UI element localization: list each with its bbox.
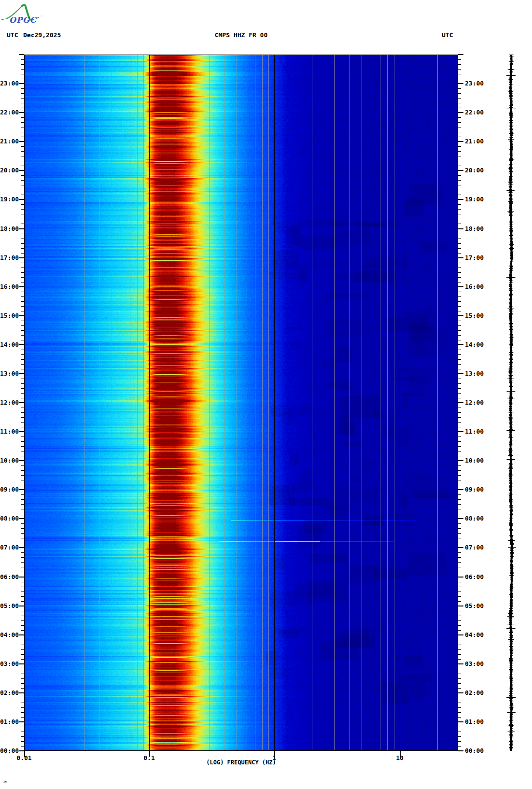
time-tick-right (458, 659, 461, 660)
time-label-right: 11:00 (465, 428, 484, 435)
time-label-right: 09:00 (465, 486, 484, 493)
time-tick-left (21, 224, 24, 224)
time-tick-right (458, 243, 461, 244)
time-tick-left (21, 712, 24, 713)
time-tick-right (458, 625, 461, 626)
time-tick-right (458, 683, 461, 684)
time-tick-left (19, 750, 24, 751)
time-tick-right (458, 64, 461, 65)
time-tick-right (458, 698, 461, 698)
time-tick-left (21, 412, 24, 413)
time-tick-left (19, 431, 24, 432)
time-tick-right (458, 388, 461, 389)
time-tick-left (21, 122, 24, 123)
time-tick-left (21, 562, 24, 563)
time-tick-right (458, 214, 461, 214)
time-tick-left (21, 103, 24, 103)
time-tick-left (21, 151, 24, 152)
time-tick-left (21, 582, 24, 582)
time-tick-right (458, 412, 461, 413)
time-tick-right (458, 69, 461, 70)
time-tick-left (21, 441, 24, 442)
time-tick-left (21, 350, 24, 350)
time-tick-right (458, 292, 461, 292)
time-tick-right (458, 601, 461, 602)
time-tick-left (21, 698, 24, 698)
time-tick-right (458, 166, 461, 166)
time-tick-right (458, 533, 461, 534)
time-tick-right (458, 117, 461, 118)
time-tick-left (21, 587, 24, 587)
time-tick-right (458, 311, 461, 311)
time-tick-left (21, 277, 24, 278)
time-tick-left (21, 480, 24, 480)
time-label-left: 21:00 (0, 138, 18, 144)
time-tick-right (458, 364, 461, 365)
time-label-left: 09:00 (0, 486, 18, 493)
time-tick-left (21, 88, 24, 89)
time-tick-right (458, 427, 461, 427)
time-tick-left (21, 253, 24, 254)
time-tick-left (21, 727, 24, 727)
time-tick-left (19, 460, 24, 461)
time-tick-left (21, 204, 24, 205)
utc-label-left: UTC (7, 31, 18, 39)
time-tick-left (21, 717, 24, 718)
time-tick-left (21, 533, 24, 534)
time-label-right: 19:00 (465, 196, 484, 202)
time-tick-right (458, 634, 463, 635)
time-tick-right (458, 587, 461, 587)
time-tick-left (19, 315, 24, 316)
time-tick-right (458, 543, 461, 543)
time-tick-right (458, 132, 461, 132)
seismogram-trace-canvas (506, 55, 516, 751)
time-tick-left (21, 509, 24, 509)
time-tick-left (21, 117, 24, 118)
time-tick-left (21, 538, 24, 538)
time-label-right: 06:00 (465, 574, 484, 580)
time-tick-left (21, 592, 24, 592)
time-tick-right (458, 359, 461, 360)
time-tick-right (458, 93, 461, 94)
time-label-right: 20:00 (465, 167, 484, 173)
time-tick-left (21, 649, 24, 650)
time-tick-left (21, 219, 24, 219)
corner-mark: .M (2, 780, 6, 784)
logo-text: OPGC (9, 15, 37, 25)
time-tick-left (21, 195, 24, 195)
time-tick-left (19, 199, 24, 200)
time-tick-left (21, 306, 24, 307)
time-tick-left (21, 166, 24, 166)
time-label-left: 06:00 (0, 574, 18, 580)
time-label-right: 17:00 (465, 254, 484, 261)
time-tick-right (458, 552, 461, 553)
time-tick-right (458, 630, 461, 631)
time-tick-left (21, 446, 24, 447)
time-tick-left (21, 504, 24, 505)
time-tick-right (458, 736, 461, 737)
time-tick-left (19, 489, 24, 490)
time-tick-right (458, 224, 461, 224)
time-tick-left (21, 417, 24, 418)
time-tick-right (458, 170, 463, 171)
time-tick-right (458, 750, 463, 751)
time-tick-left (21, 180, 24, 181)
time-tick-right (458, 315, 463, 316)
time-tick-right (458, 369, 461, 369)
time-tick-left (21, 248, 24, 249)
time-tick-right (458, 596, 461, 597)
time-tick-right (458, 727, 461, 727)
time-tick-left (21, 243, 24, 244)
time-label-right: 07:00 (465, 544, 484, 550)
time-tick-left (21, 137, 24, 137)
time-tick-right (458, 663, 463, 664)
time-tick-right (458, 523, 461, 524)
time-tick-right (458, 567, 461, 567)
time-tick-right (458, 263, 461, 263)
time-tick-right (458, 577, 463, 578)
time-label-right: 16:00 (465, 283, 484, 290)
time-tick-right (458, 325, 461, 326)
time-label-right: 08:00 (465, 515, 484, 521)
time-tick-right (458, 669, 461, 669)
time-tick-left (21, 557, 24, 558)
